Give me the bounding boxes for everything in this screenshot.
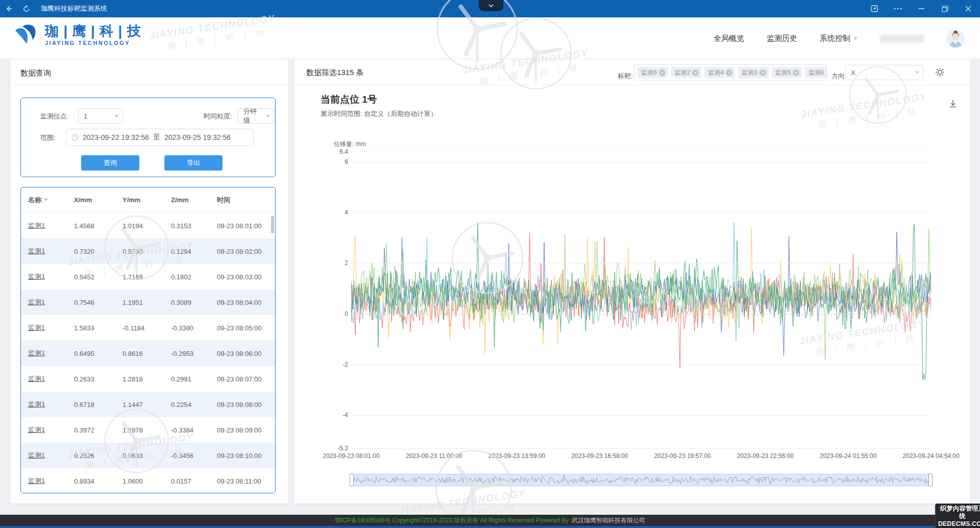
chart-subtitle: 展示时间范围: 自定义（后期自动计算） <box>321 109 437 118</box>
table-row: 监测10.73200.57800.129409-23 08:02:00 <box>21 238 275 264</box>
remove-tag-icon[interactable]: × <box>726 69 732 76</box>
row-name-link[interactable]: 监测1 <box>21 349 67 358</box>
username-blurred <box>880 35 924 42</box>
x-tick-label: 2023-09-24 01:55:00 <box>820 452 876 460</box>
table-cell: 09-23 08:06:00 <box>210 350 275 357</box>
remove-tag-icon[interactable]: × <box>760 69 766 76</box>
table-cell: 0.6718 <box>67 401 115 409</box>
row-name-link[interactable]: 监测1 <box>21 298 67 307</box>
table-cell: 0.3089 <box>164 299 210 306</box>
monitor-point-value: 1 <box>84 112 87 120</box>
download-icon[interactable] <box>948 99 958 110</box>
y-gridline <box>351 162 931 162</box>
table-cell: 0.5780 <box>115 248 164 255</box>
x-tick-label: 2023-09-23 19:57:00 <box>654 452 710 460</box>
icp-copyright-link[interactable]: 鄂ICP备18005046号 Copyright©2018-2023 版权所有 … <box>335 516 569 525</box>
table-cell: 0.2254 <box>164 401 210 409</box>
y-tick-label: -2 <box>331 361 348 368</box>
target-tag-label: 监测2 <box>675 68 691 77</box>
remove-tag-icon[interactable]: × <box>793 69 799 76</box>
direction-label: 方向: <box>831 71 847 81</box>
range-start: 2023-09-22 19:32:56 <box>83 133 149 141</box>
row-name-link[interactable]: 监测1 <box>21 374 67 383</box>
column-header-0[interactable]: 名称 <box>21 196 67 205</box>
row-name-link[interactable]: 监测1 <box>21 476 67 486</box>
restore-icon[interactable] <box>933 0 957 17</box>
row-name-link[interactable]: 监测1 <box>21 425 67 435</box>
bird-logo-icon <box>13 23 40 48</box>
close-icon[interactable] <box>957 0 980 17</box>
table-cell: 1.5833 <box>67 324 115 332</box>
y-gridline <box>351 314 931 315</box>
target-tag-监测4[interactable]: 监测4× <box>704 67 735 78</box>
table-cell: 1.2818 <box>115 375 164 383</box>
minimize-icon[interactable] <box>910 0 933 17</box>
direction-value: X <box>851 69 855 77</box>
row-name-link[interactable]: 监测1 <box>21 221 67 230</box>
table-cell: 0.0157 <box>164 477 210 485</box>
granularity-select[interactable]: 分钟级 <box>238 108 275 124</box>
table-cell: 09-23 08:01:00 <box>210 222 275 230</box>
target-tag-监测1[interactable]: 监测1× <box>805 67 827 78</box>
dedecms-badge: 织梦内容管理系统 DEDECMS.COM <box>935 503 980 528</box>
column-header-2: Y/mm <box>115 196 164 204</box>
titlebar-search-pill[interactable] <box>479 0 503 11</box>
target-label: 标靶: <box>618 71 633 81</box>
table-cell: 0.2991 <box>164 375 210 383</box>
table-cell: 1.1447 <box>115 401 164 409</box>
row-name-link[interactable]: 监测1 <box>21 247 67 256</box>
query-button[interactable]: 查询 <box>81 155 139 171</box>
nav-item-3[interactable]: 系统控制 <box>820 34 857 43</box>
nav-item-1[interactable]: 全局概览 <box>714 34 744 43</box>
logo-text-en: JIAYING TECHNOLOGY <box>45 40 141 46</box>
x-tick-label: 2023-09-23 16:58:00 <box>571 452 628 460</box>
open-in-app-icon[interactable] <box>863 0 886 17</box>
remove-tag-icon[interactable]: × <box>692 69 699 76</box>
refresh-icon[interactable] <box>17 0 35 17</box>
remove-tag-icon[interactable]: × <box>659 69 666 76</box>
chart-plot-area[interactable]: 6.46420-2-4-5.3 <box>351 152 931 448</box>
y-gridline <box>351 212 931 213</box>
row-name-link[interactable]: 监测1 <box>21 323 67 332</box>
direction-select[interactable]: X <box>845 65 924 80</box>
avatar[interactable] <box>946 29 965 47</box>
x-tick-label: 2023-09-23 22:56:00 <box>737 452 794 460</box>
table-cell: 0.7546 <box>67 299 115 306</box>
target-multiselect[interactable]: 监测6×监测2×监测4×监测3×监测5×监测1× <box>634 64 827 81</box>
target-tag-监测5[interactable]: 监测5× <box>772 67 802 78</box>
target-tag-label: 监测4 <box>708 68 724 77</box>
nav-item-2[interactable]: 监测历史 <box>767 34 797 43</box>
table-cell: 1.0600 <box>115 477 164 485</box>
y-tick-label: -4 <box>331 412 348 419</box>
table-cell: 1.5978 <box>115 426 164 434</box>
datazoom-left-handle[interactable] <box>350 473 354 487</box>
logo-text-cn: 珈 | 鹰 | 科 | 技 <box>45 23 141 39</box>
results-table: 名称X/mmY/mmZ/mm时间 监测11.45681.01940.315309… <box>20 187 276 493</box>
range-end: 2023-09-25 19:32:56 <box>164 133 231 141</box>
chevron-down-icon <box>114 115 118 117</box>
date-range-input[interactable]: 2023-09-22 19:32:56 至 2023-09-25 19:32:5… <box>66 129 254 146</box>
x-tick-label: 2023-09-23 13:59:00 <box>488 452 545 460</box>
gear-icon[interactable] <box>935 67 945 79</box>
datazoom-right-handle[interactable] <box>928 473 933 487</box>
datazoom-slider[interactable] <box>351 474 931 486</box>
y-gridline <box>351 263 931 263</box>
target-tag-label: 监测3 <box>742 68 757 77</box>
target-tag-监测6[interactable]: 监测6× <box>638 67 668 78</box>
monitor-point-select[interactable]: 1 <box>78 108 123 124</box>
row-name-link[interactable]: 监测1 <box>21 400 67 409</box>
target-tag-监测3[interactable]: 监测3× <box>738 67 769 78</box>
window-titlebar: 珈鹰科技标靶监测系统 <box>0 0 980 17</box>
more-options-icon[interactable] <box>886 0 910 17</box>
back-icon[interactable] <box>0 0 17 17</box>
row-name-link[interactable]: 监测1 <box>21 451 67 460</box>
target-tag-监测2[interactable]: 监测2× <box>671 67 702 78</box>
table-scrollbar-thumb[interactable] <box>271 216 274 233</box>
table-row: 监测10.64950.8616-0.295309-23 08:06:00 <box>21 341 275 366</box>
table-cell: -0.3384 <box>164 426 210 434</box>
dedecms-badge-line1: 织梦内容管理系统 <box>938 505 980 520</box>
remove-tag-icon[interactable]: × <box>826 69 827 76</box>
divider <box>294 85 970 85</box>
row-name-link[interactable]: 监测1 <box>21 272 67 281</box>
export-button[interactable]: 导出 <box>164 155 223 171</box>
